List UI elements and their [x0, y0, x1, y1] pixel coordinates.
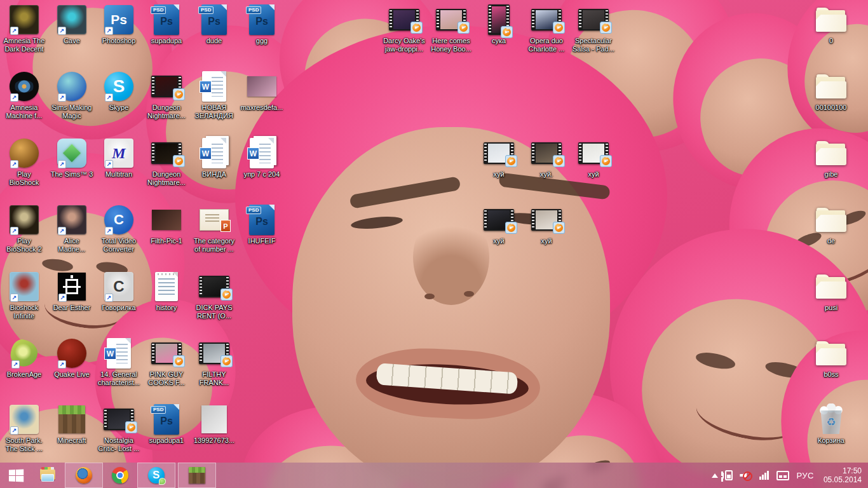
- battery-icon[interactable]: [725, 470, 733, 480]
- desktop-icon[interactable]: ▶ Nostalgia Critic- Lost ...: [95, 403, 143, 453]
- desktop-icon[interactable]: ▶ хуй: [569, 137, 618, 179]
- photo-icon: [247, 71, 276, 102]
- video-icon: ▶: [151, 337, 182, 369]
- desktop-icon[interactable]: 0: [807, 4, 855, 45]
- desktop-icon[interactable]: C ↗ Говорилка: [95, 271, 143, 312]
- desktop-icon-label: Play BioShock 2: [6, 237, 42, 254]
- video-icon: ▶: [531, 4, 562, 36]
- desktop-icon[interactable]: ▶ Darcy Oake's jaw-droppi...: [380, 4, 428, 53]
- video-icon: ▶: [436, 4, 466, 36]
- desktop-icon-label: Total Video Converter: [102, 237, 136, 254]
- desktop-icon[interactable]: ▶ Spectacular Salsa - Pad...: [569, 4, 618, 53]
- desktop-icon[interactable]: 00100100: [807, 71, 855, 112]
- desktop-icon[interactable]: S ↗ Skype: [95, 71, 143, 112]
- desktop-icon[interactable]: ▶ хуй: [475, 204, 523, 245]
- clock[interactable]: 17:50 05.05.2014: [821, 466, 862, 484]
- desktop-icon[interactable]: ↗ Dear Esther: [48, 271, 96, 312]
- psapp-icon: Ps ↗: [104, 4, 133, 36]
- desktop-icon[interactable]: ▶ хуй.: [522, 137, 571, 179]
- desktop-icon[interactable]: maxresdefa...: [238, 71, 286, 112]
- desktop-icon[interactable]: history: [142, 271, 191, 312]
- desktop-icon[interactable]: W ВИНДА: [190, 137, 238, 179]
- desktop-icon[interactable]: ↗ Quake Live: [48, 337, 96, 379]
- desktop-icon[interactable]: 139927673...: [190, 403, 238, 445]
- desktop-icon[interactable]: ▶ Opera duo Charlotte ...: [522, 4, 571, 53]
- desktop-icon[interactable]: ▶ Dungeon Nightmare...: [142, 71, 191, 120]
- desktop-icon[interactable]: C ↗ Total Video Converter: [95, 204, 143, 254]
- desktop-icon-label: Alice Madne...: [58, 237, 86, 254]
- desktop-icon[interactable]: PSDPs supadupa1: [142, 403, 191, 445]
- shortcut-arrow-icon: ↗: [105, 227, 113, 235]
- desktop-icon[interactable]: PSDPs IHUFEIF: [238, 204, 286, 245]
- desktop-icon[interactable]: ♻ Корзина: [807, 403, 855, 445]
- desktop-icon[interactable]: ▶ хуй: [522, 204, 571, 245]
- psd-icon: PSDPs: [201, 4, 227, 36]
- desktop-icon[interactable]: ↗ Play BioShock: [0, 137, 48, 187]
- desktop-icon[interactable]: ↗ BrokenAge: [0, 337, 48, 379]
- blob-icon: ↗: [11, 337, 37, 369]
- circle-icon: ↗: [57, 71, 86, 102]
- desktop-icon[interactable]: PSDPs dude: [190, 4, 238, 45]
- shortcut-arrow-icon: ↗: [10, 426, 18, 435]
- video-icon: ▶: [484, 137, 514, 169]
- desktop-icon[interactable]: ↗ Cave: [48, 4, 96, 45]
- desktop-icon-label: IHUFEIF: [248, 237, 276, 245]
- psd-icon: PSDPs: [249, 4, 275, 36]
- desktop-icon[interactable]: ▶ Dungeon Nightmare...: [142, 137, 191, 187]
- folder-icon: [816, 337, 846, 369]
- desktop-icon[interactable]: PSDPs ggg: [238, 4, 286, 45]
- desktop-icon-label: Spectacular Salsa - Pad...: [573, 37, 614, 53]
- circle-icon: ↗: [10, 137, 39, 169]
- desktop-icon[interactable]: W 14. General characterist...: [95, 337, 143, 387]
- shortcut-arrow-icon: ↗: [10, 294, 18, 302]
- desktop-icon[interactable]: Filth-Pic-1: [142, 204, 191, 245]
- desktop-icon[interactable]: ↗ Sims Making Magic: [48, 71, 96, 120]
- taskbar-apps: S: [32, 463, 217, 488]
- show-hidden-icons-button[interactable]: [712, 473, 718, 478]
- desktop-icon[interactable]: ▶ сука: [475, 4, 523, 45]
- tile-icon: ↗: [57, 4, 86, 36]
- taskbar-chrome-button[interactable]: [105, 463, 135, 488]
- desktop-icon[interactable]: P The category of number ...: [190, 204, 238, 254]
- desktop-icon[interactable]: de: [807, 204, 855, 245]
- shortcut-arrow-icon: ↗: [58, 360, 66, 369]
- desktop-icon[interactable]: ▶ Here comes Honey Boo...: [427, 4, 475, 53]
- taskbar-skype-button[interactable]: S: [137, 463, 175, 488]
- desktop-icon[interactable]: Ps ↗ Photoshop: [95, 4, 143, 45]
- desktop-icon-label: хуй.: [540, 170, 553, 179]
- desktop-icon[interactable]: ↗ South Park. The Stick ...: [0, 403, 48, 453]
- desktop-icon[interactable]: ↗ Play BioShock 2: [0, 204, 48, 254]
- desktop-icon[interactable]: ↗ Alice Madne...: [48, 204, 96, 254]
- desktop-icon[interactable]: M ↗ Multitran: [95, 137, 143, 179]
- desktop-icon-label: pusi: [825, 304, 837, 312]
- desktop-icon[interactable]: gibe: [807, 137, 855, 179]
- video-icon: ▶: [151, 71, 182, 102]
- desktop-icon[interactable]: ▶ хуй: [475, 137, 523, 179]
- desktop-icon[interactable]: ↗ Amnesia Machine f...: [0, 71, 48, 120]
- desktop-icon[interactable]: ↗ Bioshock Infinite: [0, 271, 48, 320]
- desktop-icon[interactable]: ▶ PINK GUY COOKS F...: [142, 337, 191, 387]
- desktop-icon[interactable]: ↗ Amnesia The Dark Decent: [0, 4, 48, 53]
- desktop-icon[interactable]: W упр 7 с 204: [238, 137, 286, 179]
- desktop-icon[interactable]: ▶ DICK PAYS RENT (O...: [190, 271, 238, 320]
- network-signal-icon[interactable]: [759, 471, 770, 480]
- taskbar-firefox-button[interactable]: [65, 463, 103, 488]
- start-button[interactable]: [0, 463, 32, 488]
- taskbar-minecraft-button[interactable]: [178, 463, 216, 488]
- taskbar-file-explorer-button[interactable]: [32, 463, 63, 488]
- desktop-icon[interactable]: PSDPs supadupa: [142, 4, 191, 45]
- video-icon: ▶: [151, 137, 182, 169]
- volume-muted-icon[interactable]: [740, 470, 752, 480]
- desktop-icon[interactable]: Minecraft: [48, 403, 96, 445]
- desktop-icon[interactable]: b0ss: [807, 337, 855, 379]
- desktop-icon[interactable]: ▶ FILTHY FRANK...: [190, 337, 238, 387]
- desktop-icon[interactable]: W НОВАЯ ЗЕЛАНДИЯ: [190, 71, 238, 120]
- desktop-icon[interactable]: pusi: [807, 271, 855, 312]
- touch-keyboard-icon[interactable]: [776, 471, 789, 480]
- shortcut-arrow-icon: ↗: [58, 93, 66, 102]
- language-indicator[interactable]: РУС: [796, 471, 814, 480]
- desktop-icon-label: BrokenAge: [7, 370, 41, 379]
- desktop-icon[interactable]: ↗ The Sims™ 3: [48, 137, 96, 179]
- block-icon: [58, 403, 85, 435]
- desktop-icon-label: ggg: [256, 37, 268, 45]
